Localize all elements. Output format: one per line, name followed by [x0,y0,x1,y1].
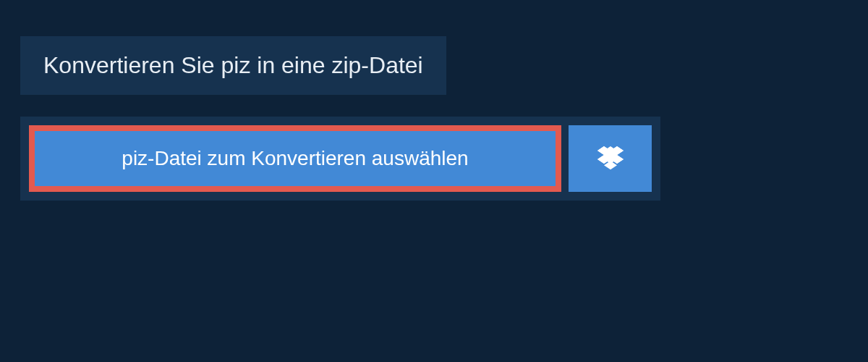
main-container: Konvertieren Sie piz in eine zip-Datei p… [0,0,868,201]
page-title: Konvertieren Sie piz in eine zip-Datei [43,52,423,79]
upload-section: piz-Datei zum Konvertieren auswählen [20,117,660,201]
select-file-button[interactable]: piz-Datei zum Konvertieren auswählen [29,125,561,192]
header-bar: Konvertieren Sie piz in eine zip-Datei [20,36,446,95]
dropbox-icon [597,144,624,173]
dropbox-button[interactable] [569,125,652,192]
select-file-label: piz-Datei zum Konvertieren auswählen [122,147,468,170]
